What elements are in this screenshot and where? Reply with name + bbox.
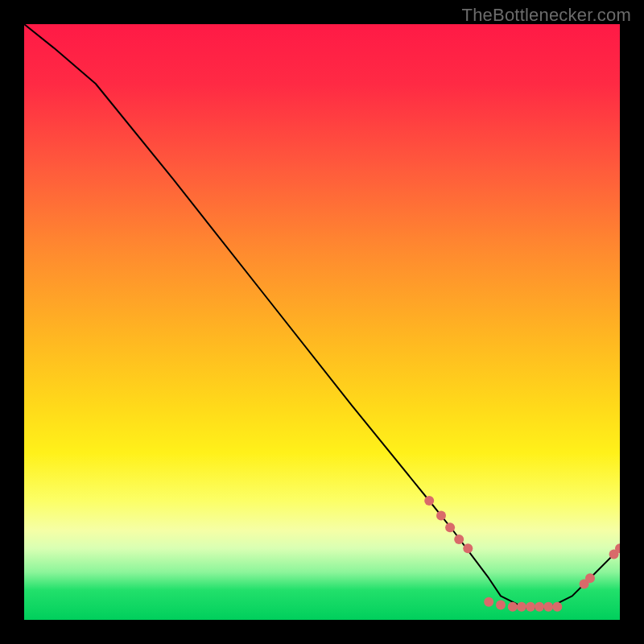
marker-dot: [585, 573, 595, 583]
marker-dot: [543, 602, 553, 612]
marker-dot: [484, 597, 493, 607]
marker-dots: [424, 496, 620, 612]
watermark-text: TheBottlenecker.com: [462, 5, 631, 26]
marker-dot: [526, 602, 535, 612]
bottleneck-curve: [24, 24, 620, 608]
marker-dot: [517, 602, 526, 612]
marker-dot: [496, 601, 506, 610]
marker-dot: [535, 602, 544, 612]
marker-dot: [436, 511, 446, 521]
marker-dot: [454, 535, 464, 544]
marker-dot: [508, 602, 518, 612]
marker-dot: [552, 602, 562, 612]
plot-svg: [24, 24, 620, 620]
marker-dot: [463, 543, 473, 553]
chart-frame: TheBottlenecker.com: [0, 0, 644, 644]
marker-dot: [445, 522, 455, 532]
marker-dot: [424, 496, 434, 506]
